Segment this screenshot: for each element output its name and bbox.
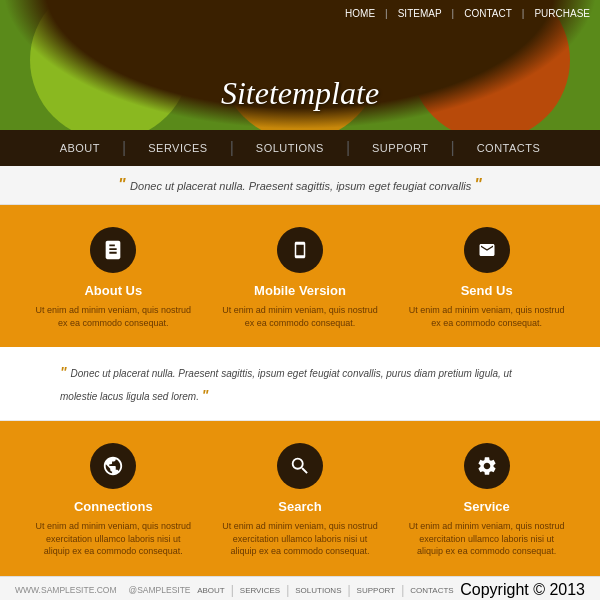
nav-services[interactable]: SERVICES: [126, 142, 229, 154]
main-nav: ABOUT | SERVICES | SOLUTIONS | SUPPORT |…: [0, 130, 600, 166]
feature-send-us: Send Us Ut enim ad minim veniam, quis no…: [407, 227, 567, 329]
quote-close-1: ": [474, 176, 482, 193]
top-nav: HOME | SITEMAP | CONTACT | PURCHASE: [345, 8, 590, 19]
send-us-icon: [464, 227, 510, 273]
mobile-icon: [277, 227, 323, 273]
footer-nav: ABOUT | SERVICES | SOLUTIONS | SUPPORT |…: [191, 583, 460, 597]
quote-bar-1: " Donec ut placerat nulla. Praesent sagi…: [0, 166, 600, 205]
feature-mobile: Mobile Version Ut enim ad minim veniam, …: [220, 227, 380, 329]
site-title: Sitetemplate: [0, 75, 600, 112]
footer-copy: Copyright © 2013: [460, 581, 585, 599]
features-section-2: Connections Ut enim ad minim veniam, qui…: [0, 421, 600, 576]
nav-solutions[interactable]: SOLUTIONS: [234, 142, 346, 154]
quote-open-2: ": [60, 364, 71, 380]
footer-nav-solutions[interactable]: SOLUTIONS: [289, 586, 347, 595]
nav-support[interactable]: SUPPORT: [350, 142, 450, 154]
search-title: Search: [220, 499, 380, 514]
site-title-container: Sitetemplate: [0, 75, 600, 112]
footer-site: WWW.SAMPLESITE.COM: [15, 585, 117, 595]
service-title: Service: [407, 499, 567, 514]
service-icon: [464, 443, 510, 489]
feature-search: Search Ut enim ad minim veniam, quis nos…: [220, 443, 380, 558]
footer-nav-services[interactable]: SERVICES: [234, 586, 286, 595]
search-desc: Ut enim ad minim veniam, quis nostrud ex…: [220, 520, 380, 558]
send-us-desc: Ut enim ad minim veniam, quis nostrud ex…: [407, 304, 567, 329]
footer-nav-contacts[interactable]: CONTACTS: [404, 586, 459, 595]
about-us-icon: [90, 227, 136, 273]
top-nav-purchase[interactable]: PURCHASE: [534, 8, 590, 19]
footer-nav-about[interactable]: ABOUT: [191, 586, 231, 595]
top-nav-contact[interactable]: CONTACT: [464, 8, 512, 19]
feature-connections: Connections Ut enim ad minim veniam, qui…: [33, 443, 193, 558]
feature-service: Service Ut enim ad minim veniam, quis no…: [407, 443, 567, 558]
quote-bar-2: " Donec ut placerat nulla. Praesent sagi…: [0, 347, 600, 421]
search-feature-icon: [277, 443, 323, 489]
top-nav-sitemap[interactable]: SITEMAP: [398, 8, 442, 19]
top-nav-home[interactable]: HOME: [345, 8, 375, 19]
footer-nav-support[interactable]: SUPPORT: [351, 586, 402, 595]
features-row-1: About Us Ut enim ad minim veniam, quis n…: [20, 227, 580, 329]
send-us-title: Send Us: [407, 283, 567, 298]
quote-text-2: " Donec ut placerat nulla. Praesent sagi…: [60, 361, 540, 406]
connections-desc: Ut enim ad minim veniam, quis nostrud ex…: [33, 520, 193, 558]
quote-close-2: ": [202, 387, 209, 403]
footer-social: @SAMPLESITE: [129, 585, 191, 595]
quote-open-1: ": [118, 176, 130, 193]
features-row-2: Connections Ut enim ad minim veniam, qui…: [20, 443, 580, 558]
nav-about[interactable]: ABOUT: [38, 142, 122, 154]
header: HOME | SITEMAP | CONTACT | PURCHASE Site…: [0, 0, 600, 130]
connections-icon: [90, 443, 136, 489]
connections-title: Connections: [33, 499, 193, 514]
mobile-desc: Ut enim ad minim veniam, quis nostrud ex…: [220, 304, 380, 329]
service-desc: Ut enim ad minim veniam, quis nostrud ex…: [407, 520, 567, 558]
nav-contacts[interactable]: CONTACTS: [455, 142, 563, 154]
features-section-1: About Us Ut enim ad minim veniam, quis n…: [0, 205, 600, 347]
about-us-desc: Ut enim ad minim veniam, quis nostrud ex…: [33, 304, 193, 329]
feature-about-us: About Us Ut enim ad minim veniam, quis n…: [33, 227, 193, 329]
footer: WWW.SAMPLESITE.COM @SAMPLESITE ABOUT | S…: [0, 576, 600, 600]
quote-text-1: " Donec ut placerat nulla. Praesent sagi…: [20, 176, 580, 194]
about-us-title: About Us: [33, 283, 193, 298]
mobile-title: Mobile Version: [220, 283, 380, 298]
footer-left: WWW.SAMPLESITE.COM @SAMPLESITE: [15, 585, 191, 595]
